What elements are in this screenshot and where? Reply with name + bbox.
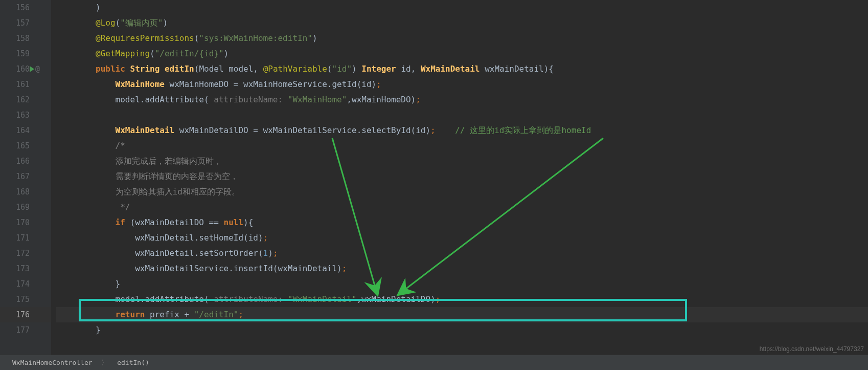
keyword: if [116, 217, 125, 227]
parameter-hint: attributeName: [214, 294, 283, 304]
method-call: insertId [234, 264, 273, 273]
line-number: 175 [0, 292, 51, 307]
param: wxMainDetail [485, 64, 544, 74]
field: wxMainDetailService [135, 264, 229, 273]
string-literal: "sys:WxMainHome:editIn" [199, 33, 312, 43]
line-number: 169 [0, 200, 51, 215]
code-area[interactable]: ) @Log("编辑内页") @RequiresPermissions("sys… [51, 0, 868, 355]
variable: id [248, 233, 258, 243]
line-number: 165 [0, 138, 51, 154]
line-number: 158 [0, 31, 51, 46]
brace: } [116, 279, 121, 289]
run-gutter-icon[interactable] [30, 66, 34, 72]
line-number: 159 [0, 46, 51, 61]
line-number: 160 @ [0, 61, 51, 77]
annotation-gutter-icon: @ [35, 61, 40, 77]
string-literal: "id" [332, 64, 352, 74]
string-literal: "WxMainDetail" [288, 294, 357, 304]
line-number: 162 [0, 92, 51, 107]
variable: model [116, 95, 140, 104]
keyword: return [116, 310, 145, 319]
variable: wxMainDetail [135, 248, 194, 258]
line-number-gutter: 156 157 158 159 160 @ 161 162 163 164 16… [0, 0, 51, 355]
variable: model [116, 294, 140, 304]
breadcrumb-item[interactable]: WxMainHomeController [12, 355, 93, 370]
line-comment: // 这里的id实际上拿到的是homeId [455, 125, 591, 135]
line-number: 166 [0, 154, 51, 169]
string-literal: "/editIn/{id}" [155, 49, 224, 58]
block-comment: /* [116, 141, 125, 150]
variable: wxMainDetail [135, 233, 194, 243]
variable: wxMainHomeDO [352, 95, 411, 104]
variable: wxMainDetailDO [135, 217, 204, 227]
annotation: @GetMapping [96, 49, 150, 58]
line-number: 176 💡 [0, 307, 51, 322]
code-token: ) [96, 3, 101, 12]
line-number: 167 [0, 169, 51, 184]
keyword: public [96, 64, 125, 74]
type: WxMainDetail [116, 125, 175, 135]
line-number: 168 [0, 184, 51, 200]
type: Integer [361, 64, 396, 74]
annotation: @RequiresPermissions [96, 33, 194, 43]
breadcrumb-separator-icon: 〉 [101, 359, 108, 366]
variable: prefix [150, 310, 179, 319]
variable: id [361, 79, 371, 89]
line-number: 163 [0, 107, 51, 123]
method-call: getId [332, 79, 356, 89]
breadcrumb-bar[interactable]: WxMainHomeController 〉 editIn() [0, 355, 868, 370]
string-literal: "WxMainHome" [288, 95, 347, 104]
line-number: 172 [0, 246, 51, 261]
line-number: 170 [0, 215, 51, 230]
block-comment: 为空则给其插入id和相应的字段。 [116, 187, 240, 197]
method-call: setSortOrder [199, 248, 258, 258]
method-call: selectById [361, 125, 410, 135]
variable: wxMainHomeDO [170, 79, 229, 89]
string-literal: "/editIn" [194, 310, 239, 319]
field: wxMainHomeService [243, 79, 327, 89]
line-number: 157 [0, 15, 51, 31]
method-call: setHomeId [199, 233, 243, 243]
block-comment: */ [116, 202, 130, 212]
variable: wxMainDetailDO [179, 125, 248, 135]
type: Model [199, 64, 223, 74]
variable: id [416, 125, 425, 135]
type: String [130, 64, 160, 74]
method-call: addAttribute [145, 294, 204, 304]
variable: wxMainDetail [278, 264, 337, 273]
param: model [229, 64, 253, 74]
line-number: 164 [0, 123, 51, 138]
number-literal: 1 [263, 248, 268, 258]
line-number: 174 [0, 276, 51, 292]
parameter-hint: attributeName: [214, 95, 283, 104]
block-comment: 需要判断详情页的内容是否为空， [116, 171, 238, 181]
block-comment: 添加完成后，若编辑内页时， [116, 156, 222, 166]
annotation: @PathVariable [263, 64, 327, 74]
string-literal: "编辑内页" [120, 18, 163, 28]
annotation: @Log [96, 18, 116, 28]
variable: wxMainDetailDO [361, 294, 430, 304]
method-name: editIn [165, 64, 194, 74]
field: wxMainDetailService [263, 125, 357, 135]
line-number: 156 [0, 0, 51, 15]
line-number: 173 [0, 261, 51, 276]
method-call: addAttribute [145, 95, 204, 104]
type: WxMainDetail [421, 64, 480, 74]
code-editor[interactable]: 156 157 158 159 160 @ 161 162 163 164 16… [0, 0, 868, 355]
line-number: 171 [0, 230, 51, 246]
type: WxMainHome [116, 79, 165, 89]
line-number: 161 [0, 77, 51, 92]
breadcrumb-item[interactable]: editIn() [117, 355, 149, 370]
line-number: 177 [0, 322, 51, 338]
brace: } [96, 325, 101, 335]
keyword: null [224, 217, 244, 227]
param: id [401, 64, 410, 74]
watermark-text: https://blog.csdn.net/weixin_44797327 [760, 345, 864, 353]
